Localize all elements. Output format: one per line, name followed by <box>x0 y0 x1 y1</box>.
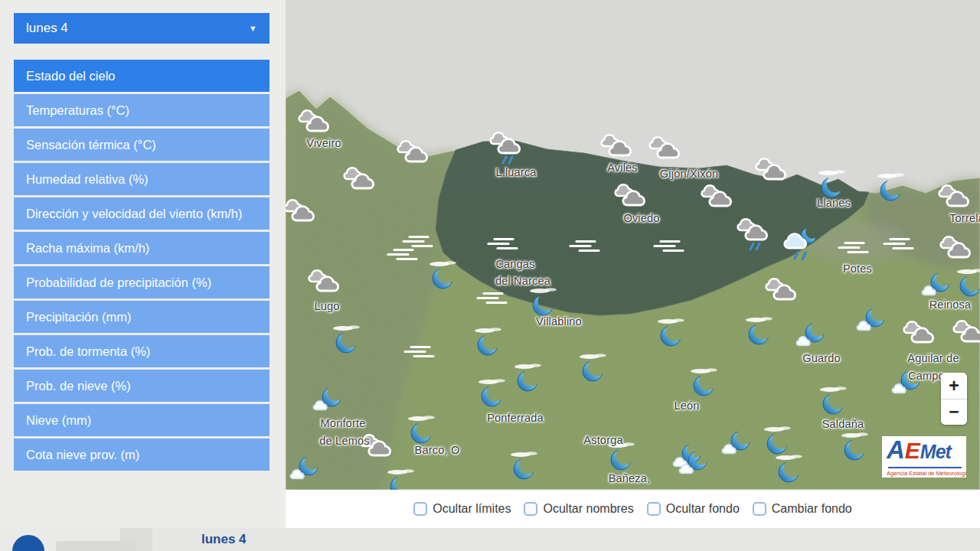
checkbox-icon[interactable] <box>647 502 661 516</box>
sidebar-menu: Estado del cieloTemperaturas (°C)Sensaci… <box>14 60 270 473</box>
sidebar-menu-item[interactable]: Cota nieve prov. (m) <box>14 439 270 471</box>
time-scrubber[interactable] <box>56 541 136 551</box>
map-city-label: Campo <box>908 370 945 382</box>
aemet-logo: AEMet Agencia Estatal de Meteorología <box>882 436 966 478</box>
map-city-label: Astorga <box>583 434 622 446</box>
sidebar: lunes 4 ▼ Estado del cieloTemperaturas (… <box>0 0 286 528</box>
map-option-label: Ocultar límites <box>433 502 511 516</box>
map-options-row: Ocultar límitesOcultar nombresOcultar fo… <box>286 490 980 528</box>
time-bar: lunes 4 <box>0 528 980 551</box>
map-city-label: León <box>674 399 699 412</box>
map-city-label: Monforte <box>321 417 366 429</box>
map-city-label: Cangas <box>495 258 534 270</box>
checkbox-icon[interactable] <box>753 502 766 516</box>
map-city-label: Reinosa <box>929 298 972 311</box>
map-city-label: de Lemos <box>319 435 369 447</box>
sidebar-menu-item[interactable]: Probabilidad de precipitación (%) <box>14 266 270 298</box>
map-city-label: Bañeza, <box>609 472 651 484</box>
map-option-ocultar-fondo[interactable]: Ocultar fondo <box>647 502 740 516</box>
zoom-in-button[interactable]: + <box>941 373 967 399</box>
map-option-ocultar-nombres[interactable]: Ocultar nombres <box>524 502 633 516</box>
map-city-label: Aguilar de <box>907 352 959 364</box>
map-city-label: Ponferrada <box>487 412 544 424</box>
sidebar-menu-item[interactable]: Precipitación (mm) <box>14 301 270 333</box>
map-city-label: Torrela <box>949 212 980 224</box>
map-city-label: L.luarca <box>495 166 536 178</box>
map-city-label: del Narcea <box>495 275 550 287</box>
weather-map[interactable]: ViveiroL.luarcaAvilésGijón/XixónOviedoLl… <box>286 0 980 490</box>
map-zoom-control: + − <box>941 373 967 425</box>
sidebar-menu-item[interactable]: Nieve (mm) <box>14 404 270 436</box>
sidebar-menu-item[interactable]: Dirección y velocidad del viento (km/h) <box>14 197 270 230</box>
map-city-label: Avilés <box>607 161 638 174</box>
map-city-label: Barco, O <box>415 444 460 456</box>
map-option-label: Ocultar nombres <box>543 502 633 516</box>
map-city-label: Guardo <box>802 352 841 364</box>
sidebar-menu-item[interactable]: Prob. de tormenta (%) <box>14 335 270 367</box>
map-option-cambiar-fondo[interactable]: Cambiar fondo <box>753 502 852 516</box>
checkbox-icon[interactable] <box>524 502 537 516</box>
map-option-label: Ocultar fondo <box>666 502 740 516</box>
sidebar-menu-item[interactable]: Racha máxima (km/h) <box>14 232 270 264</box>
sidebar-menu-item[interactable]: Sensación térmica (°C) <box>14 129 270 161</box>
map-city-label: Oviedo <box>623 212 659 224</box>
sidebar-menu-item[interactable]: Prob. de nieve (%) <box>14 370 270 402</box>
chevron-down-icon: ▼ <box>249 24 257 33</box>
aemet-logo-text: AEMet <box>887 439 963 466</box>
time-bar-day-label: lunes 4 <box>201 532 247 547</box>
aemet-logo-underline <box>888 467 962 468</box>
map-city-label: Llanes <box>817 197 851 209</box>
map-terrain <box>286 0 980 490</box>
map-option-ocultar-l-mites[interactable]: Ocultar límites <box>413 502 511 516</box>
checkbox-icon[interactable] <box>413 502 427 516</box>
map-option-label: Cambiar fondo <box>772 502 852 516</box>
aemet-logo-caption: Agencia Estatal de Meteorología <box>887 470 963 477</box>
day-selector-label: lunes 4 <box>26 21 68 36</box>
sidebar-menu-item[interactable]: Humedad relativa (%) <box>14 163 270 195</box>
map-city-label: Saldaña <box>822 418 864 430</box>
map-column: ViveiroL.luarcaAvilésGijón/XixónOviedoLl… <box>286 0 980 528</box>
map-city-label: Villablino <box>536 315 582 328</box>
zoom-out-button[interactable]: − <box>941 399 967 425</box>
map-city-label: Viveiro <box>306 137 341 149</box>
sidebar-menu-item[interactable]: Estado del cielo <box>14 60 270 92</box>
map-city-label: Lugo <box>314 300 339 312</box>
map-city-label: Potes <box>843 262 872 275</box>
sidebar-menu-item[interactable]: Temperaturas (°C) <box>14 94 270 126</box>
day-selector-dropdown[interactable]: lunes 4 ▼ <box>14 13 270 44</box>
map-city-label: Gijón/Xixón <box>660 168 718 180</box>
